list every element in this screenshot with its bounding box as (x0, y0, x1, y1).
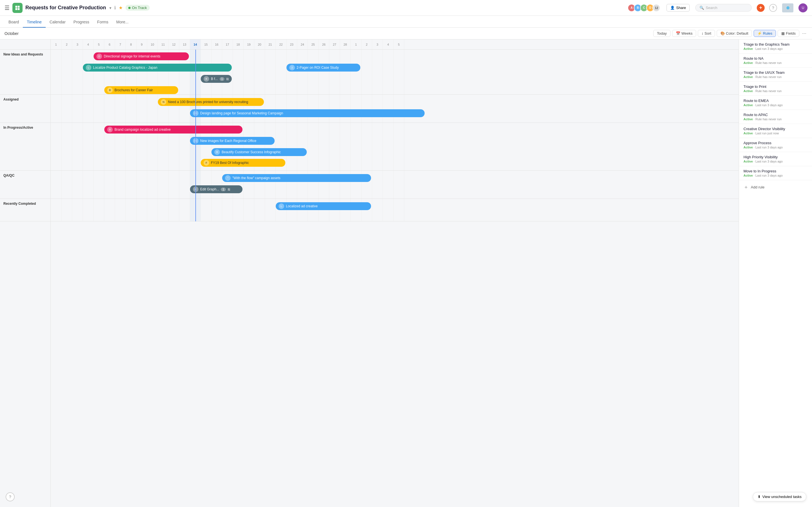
day-cell-2 (72, 123, 83, 170)
rule-name: Route to NA (744, 56, 808, 61)
day-header-19: 20 (254, 40, 265, 49)
day-cell-7 (126, 171, 137, 199)
sort-icon: ↕ (702, 31, 703, 36)
task-bar[interactable]: BBeautify Customer Success Infographic (211, 148, 307, 156)
group-in-progress: In Progress/Active (0, 123, 50, 171)
today-line (195, 50, 196, 221)
task-bar[interactable]: BB f...1⛓ (201, 75, 232, 83)
tab-board[interactable]: Board (4, 17, 23, 27)
sort-button[interactable]: ↕ Sort (698, 30, 715, 37)
day-cell-1 (61, 123, 72, 170)
more-options-icon[interactable]: ··· (801, 29, 808, 38)
rule-name: Route to EMEA (744, 99, 808, 103)
day-cell-31 (383, 171, 394, 199)
help-button[interactable]: ? (769, 4, 777, 12)
group-recently: Recently Completed (0, 199, 50, 221)
share-button[interactable]: 👤 Share (666, 4, 690, 11)
task-bar[interactable]: BBrochures for Career Fair (104, 86, 178, 94)
task-avatar: B (107, 87, 113, 93)
title-chevron-icon[interactable]: ▾ (109, 6, 111, 10)
fields-button[interactable]: ▦ Fields (777, 30, 799, 37)
rule-item[interactable]: Route to NA Active · Rule has never run (739, 54, 812, 68)
search-box[interactable]: 🔍 Search (695, 4, 752, 11)
rule-item[interactable]: Route to APAC Active · Rule has never ru… (739, 110, 812, 124)
rule-item[interactable]: High Priority Visibility Active · Last r… (739, 152, 812, 166)
task-bar[interactable]: LLocalize Product Catalog Graphics - Jap… (83, 64, 232, 71)
day-cell-27 (340, 50, 351, 94)
task-bar[interactable]: BBrand campaign localized ad creative (104, 126, 243, 133)
day-header-6: 7 (115, 40, 126, 49)
day-header-13: 14 (190, 40, 201, 49)
task-bar[interactable]: ""With the flow" campaign assets (222, 174, 371, 182)
tab-progress[interactable]: Progress (70, 17, 93, 27)
tab-more[interactable]: More... (112, 17, 133, 27)
app-logo[interactable] (12, 3, 22, 13)
task-bar[interactable]: NNeed a 100 Brochures printed for univer… (158, 98, 264, 106)
day-cell-25 (319, 123, 329, 170)
day-cell-15 (211, 199, 222, 221)
day-cell-29 (361, 123, 372, 170)
status-badge[interactable]: On Track (125, 5, 150, 11)
rule-item[interactable]: Move to In Progress Active · Last run 3 … (739, 166, 812, 180)
color-button[interactable]: 🎨 Color: Default (717, 30, 752, 37)
rule-item[interactable]: Creative Director Visibility Active · La… (739, 124, 812, 138)
star-icon[interactable]: ★ (119, 5, 123, 10)
active-status: Active (744, 174, 753, 177)
task-bar[interactable]: LLocalized ad creative (276, 202, 371, 210)
tab-timeline[interactable]: Timeline (23, 17, 45, 27)
task-label: Beautify Customer Success Infographic (221, 150, 281, 154)
task-badge: 1 (220, 77, 225, 81)
add-rule-button[interactable]: ＋Add rule (739, 180, 812, 194)
rule-item[interactable]: Approve Process Active · Last run 3 days… (739, 138, 812, 152)
status-dot (128, 7, 131, 9)
menu-icon[interactable]: ☰ (4, 4, 10, 11)
tab-calendar[interactable]: Calendar (46, 17, 70, 27)
tab-forms[interactable]: Forms (93, 17, 112, 27)
fields-icon: ▦ (781, 31, 784, 36)
weeks-button[interactable]: 📅 Weeks (672, 30, 696, 37)
rules-icon: ⚡ (757, 31, 762, 36)
day-cell-31 (383, 123, 394, 170)
day-cell-15 (211, 171, 222, 199)
day-cell-26 (329, 123, 340, 170)
day-cell-9 (147, 95, 158, 122)
day-cell-1 (61, 171, 72, 199)
view-unscheduled-button[interactable]: ⬆ View unscheduled tasks (753, 492, 806, 501)
rule-item[interactable]: Triage to Print Active · Rule has never … (739, 82, 812, 96)
rule-last-run: · Last run just now (754, 131, 779, 135)
task-bar[interactable]: FFY19 Best Of Infographic (201, 159, 285, 167)
day-cell-31 (383, 95, 394, 122)
day-header-29: 2 (361, 40, 372, 49)
task-label: FY19 Best Of Infographic (211, 161, 249, 165)
help-circle[interactable]: ? (6, 492, 15, 501)
day-cell-28 (351, 123, 361, 170)
day-cell-1 (61, 50, 72, 94)
task-avatar: N (161, 99, 166, 105)
task-bar[interactable]: EEdit Graph...1⛓ (190, 185, 243, 193)
day-cell-21 (276, 50, 287, 94)
avatar-count[interactable]: 12 (652, 4, 660, 12)
day-cell-18 (244, 199, 254, 221)
task-bar[interactable]: NNew images for Each Regional Office (190, 137, 274, 145)
active-status: Active (744, 103, 753, 107)
info-icon[interactable]: ℹ (114, 5, 116, 10)
rule-item[interactable]: Triage to the Graphics Team Active · Las… (739, 40, 812, 54)
day-cell-23 (297, 123, 308, 170)
rules-button[interactable]: ⚡ Rules (754, 30, 776, 37)
today-button[interactable]: Today (653, 30, 670, 37)
link-icon: ⛓ (227, 188, 231, 191)
project-title: Requests for Creative Production (26, 5, 106, 11)
task-bar[interactable]: 22-Pager on ROI Case Study (287, 64, 360, 71)
rule-item[interactable]: Route to EMEA Active · Last run 3 days a… (739, 96, 812, 110)
rule-name: High Priority Visibility (744, 155, 808, 159)
day-cell-30 (372, 123, 383, 170)
day-cell-20 (265, 50, 276, 94)
task-label: New images for Each Regional Office (200, 139, 256, 143)
color-icon: 🎨 (720, 31, 725, 36)
day-cell-10 (158, 171, 168, 199)
task-bar[interactable]: DDesign landing page for Seasonal Market… (190, 109, 424, 117)
user-avatar[interactable]: U (799, 3, 808, 12)
rule-item[interactable]: Triage to the UI/UX Team Active · Rule h… (739, 68, 812, 82)
add-button[interactable]: + (757, 4, 765, 12)
task-bar[interactable]: DDirectional signage for internal events (94, 52, 189, 60)
